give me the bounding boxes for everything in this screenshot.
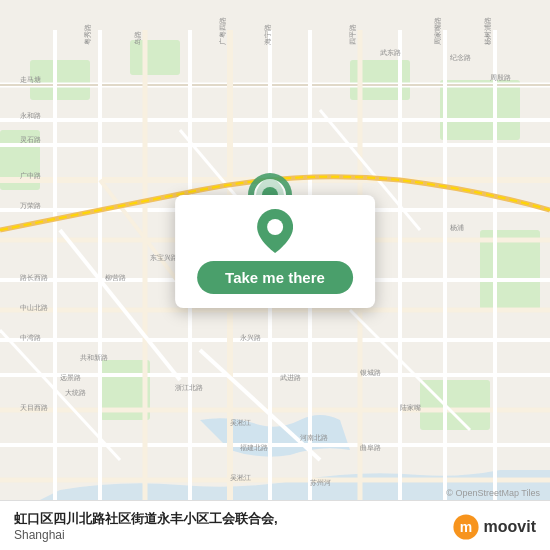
svg-text:天目西路: 天目西路	[20, 404, 48, 411]
svg-text:广中路: 广中路	[20, 172, 41, 179]
map-watermark: © OpenStreetMap Tiles	[446, 488, 540, 498]
svg-text:浙江北路: 浙江北路	[175, 384, 203, 391]
svg-text:走马塘: 走马塘	[20, 76, 41, 83]
svg-text:广粤四路: 广粤四路	[219, 17, 226, 45]
location-pin-icon	[257, 209, 293, 253]
svg-text:粤秀路: 粤秀路	[84, 24, 91, 45]
svg-text:银城路: 银城路	[359, 369, 381, 376]
svg-text:吴淞江: 吴淞江	[230, 474, 251, 481]
svg-rect-3	[440, 80, 520, 140]
map-container: 走马塘 永和路 灵石路 广中路 万荣路 路长西路 中山北路 中湾路 天目西路 粤…	[0, 0, 550, 550]
svg-text:四平路: 四平路	[349, 24, 356, 45]
svg-rect-5	[420, 380, 490, 430]
svg-text:岛路: 岛路	[134, 31, 141, 45]
svg-text:东宝兴路: 东宝兴路	[150, 254, 178, 262]
svg-text:武进路: 武进路	[280, 374, 301, 381]
svg-text:福建北路: 福建北路	[240, 444, 268, 451]
svg-text:大统路: 大统路	[65, 389, 86, 396]
svg-text:永兴路: 永兴路	[240, 334, 261, 342]
moovit-icon: m	[452, 513, 480, 541]
svg-text:永和路: 永和路	[20, 112, 41, 119]
place-subtitle: Shanghai	[14, 528, 278, 542]
svg-text:路长西路: 路长西路	[20, 274, 48, 281]
svg-text:周家嘴路: 周家嘴路	[434, 17, 442, 45]
svg-text:吴淞江: 吴淞江	[230, 419, 251, 426]
svg-text:m: m	[459, 518, 471, 534]
svg-text:远景路: 远景路	[60, 374, 81, 381]
info-bar: 虹口区四川北路社区街道永丰小区工会联合会, Shanghai m moovit	[0, 500, 550, 550]
moovit-brand-text: moovit	[484, 518, 536, 536]
svg-point-83	[267, 219, 283, 235]
svg-text:灵石路: 灵石路	[20, 136, 41, 144]
svg-text:海宁路: 海宁路	[264, 24, 271, 45]
svg-text:周殷路: 周殷路	[490, 74, 511, 81]
take-me-there-button[interactable]: Take me there	[197, 261, 353, 294]
svg-text:苏州河: 苏州河	[310, 479, 331, 486]
place-info: 虹口区四川北路社区街道永丰小区工会联合会, Shanghai	[14, 511, 278, 542]
popup-card: Take me there	[175, 195, 375, 308]
place-name: 虹口区四川北路社区街道永丰小区工会联合会,	[14, 511, 278, 528]
svg-text:共和新路: 共和新路	[80, 354, 108, 362]
svg-text:中山北路: 中山北路	[20, 304, 48, 311]
svg-text:纪念路: 纪念路	[450, 54, 471, 61]
svg-text:中湾路: 中湾路	[20, 334, 41, 341]
svg-text:河南北路: 河南北路	[300, 434, 328, 441]
svg-text:陆家嘴: 陆家嘴	[400, 404, 421, 412]
svg-text:柳营路: 柳营路	[105, 274, 126, 281]
svg-text:杨浦: 杨浦	[449, 224, 464, 231]
svg-text:武东路: 武东路	[380, 49, 401, 56]
svg-text:杨树浦路: 杨树浦路	[484, 17, 491, 46]
svg-text:万荣路: 万荣路	[20, 202, 41, 209]
moovit-logo: m moovit	[452, 513, 536, 541]
svg-text:曲阜路: 曲阜路	[360, 444, 381, 451]
